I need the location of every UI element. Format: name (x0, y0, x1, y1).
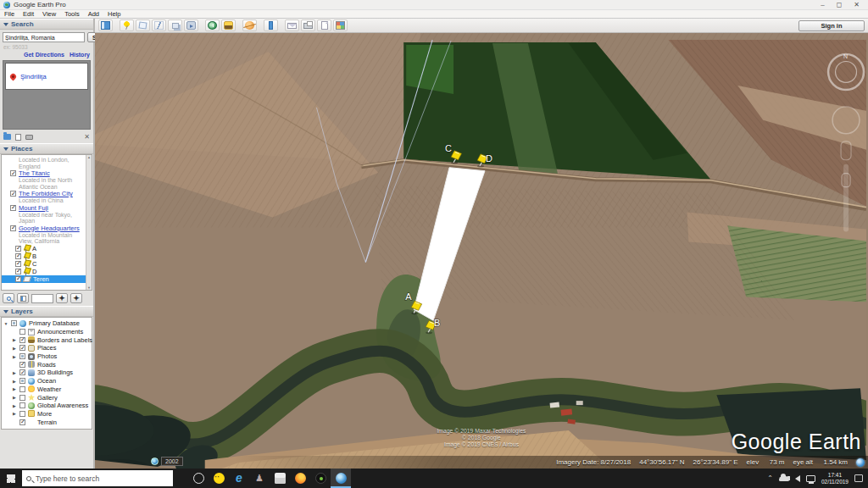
layer-item-more[interactable]: ▶More (3, 410, 90, 419)
record-tour-button[interactable] (184, 19, 198, 31)
layer-item-places[interactable]: ▶Places (3, 344, 90, 352)
places-item-the-forbidden-city[interactable]: The Forbidden City (5, 190, 85, 197)
checkbox[interactable] (19, 337, 25, 343)
expand-arrow-icon[interactable]: ▶ (12, 346, 17, 351)
places-item-c[interactable]: C (5, 260, 85, 268)
add-path-button[interactable] (152, 19, 166, 31)
taskbar-search[interactable]: Type here to search (22, 470, 173, 486)
sidebar-toggle-button[interactable] (98, 19, 113, 31)
checkbox[interactable] (19, 395, 25, 401)
checkbox[interactable] (19, 353, 25, 359)
add-polygon-button[interactable] (136, 19, 150, 31)
close-button[interactable]: ✕ (854, 1, 860, 9)
menu-add[interactable]: Add (88, 10, 99, 18)
checkbox[interactable] (15, 261, 21, 267)
places-item-a[interactable]: A (5, 245, 85, 252)
ie-taskbar-icon[interactable]: e (229, 469, 249, 488)
layer-item-primary-database[interactable]: ▼Primary Database (3, 319, 90, 328)
checkbox[interactable] (19, 378, 25, 384)
expand-arrow-icon[interactable]: ▶ (12, 379, 17, 384)
maximize-button[interactable]: ◻ (837, 1, 843, 9)
firefox-taskbar-icon[interactable] (290, 469, 310, 488)
expand-arrow-icon[interactable]: ▶ (12, 386, 17, 391)
checkbox[interactable] (10, 170, 16, 176)
sunlight-button[interactable] (221, 19, 236, 31)
layer-item-roads[interactable]: Roads (3, 360, 90, 369)
places-filter-input[interactable] (31, 294, 53, 303)
expand-arrow-icon[interactable]: ▶ (12, 411, 17, 416)
get-directions-link[interactable]: Get Directions (24, 52, 64, 58)
action-center-icon[interactable] (854, 474, 863, 482)
checkbox[interactable] (15, 269, 21, 274)
print-button[interactable] (301, 19, 315, 31)
places-item-google-headquarters[interactable]: Google Headquarters (5, 225, 85, 232)
tray-expand-icon[interactable]: ⌃ (767, 474, 773, 482)
map-viewport[interactable]: N C D A B Image © 2019 Maxar Technologie… (95, 33, 868, 469)
layer-item-3d-buildings[interactable]: ▶3D Buildings (3, 369, 90, 377)
place-label[interactable]: A (32, 245, 36, 252)
copy-icon[interactable] (15, 134, 21, 141)
menu-help[interactable]: Help (108, 10, 120, 18)
places-item-d[interactable]: D (5, 268, 85, 275)
start-button[interactable] (0, 469, 22, 488)
menu-tools[interactable]: Tools (64, 10, 80, 18)
place-label[interactable]: Teren (33, 275, 49, 283)
historical-imagery-button[interactable] (205, 19, 220, 31)
print-icon[interactable] (25, 135, 33, 140)
calculator-taskbar-icon[interactable] (270, 469, 290, 488)
places-item-mount-fuji[interactable]: Mount Fuji (5, 204, 85, 212)
cortana-taskbar-icon[interactable] (188, 469, 209, 488)
layer-item-global-awareness[interactable]: ▶Global Awareness (3, 402, 90, 410)
add-image-overlay-button[interactable] (168, 19, 182, 31)
checkbox[interactable] (10, 191, 16, 197)
menu-file[interactable]: File (4, 10, 14, 18)
play-tour-button[interactable]: ✦ (56, 293, 68, 303)
place-label[interactable]: Mount Fuji (19, 204, 48, 212)
record-tour-button[interactable]: ✦ (70, 293, 82, 303)
checkbox[interactable] (15, 276, 21, 282)
add-placemark-button[interactable] (120, 19, 134, 31)
layer-item-announcements[interactable]: Announcements (3, 328, 90, 336)
checkbox[interactable] (19, 369, 25, 375)
places-scrollbar[interactable] (86, 155, 92, 290)
view-in-google-maps-button[interactable] (333, 19, 348, 31)
checkbox[interactable] (10, 225, 16, 231)
minimize-button[interactable]: – (821, 1, 824, 9)
expand-arrow-icon[interactable]: ▶ (12, 395, 17, 400)
save-image-button[interactable] (317, 19, 331, 31)
add-to-places-icon[interactable] (3, 134, 11, 140)
checkbox[interactable] (19, 329, 25, 335)
email-button[interactable] (285, 19, 299, 31)
pin-taskbar-icon[interactable]: ♟ (249, 469, 270, 488)
checkbox[interactable] (11, 320, 17, 326)
layers-panel-header[interactable]: Layers (0, 306, 93, 317)
place-label[interactable]: B (32, 252, 36, 260)
expand-arrow-icon[interactable]: ▶ (12, 403, 17, 408)
history-link[interactable]: History (70, 52, 90, 58)
sign-in-button[interactable]: Sign in (798, 20, 865, 31)
checkbox[interactable] (19, 402, 25, 408)
layer-item-borders-and-labels[interactable]: ▶Borders and Labels (3, 336, 90, 344)
expand-arrow-icon[interactable]: ▼ (3, 321, 8, 326)
checkbox[interactable] (15, 246, 21, 252)
planets-button[interactable] (242, 19, 257, 31)
search-input[interactable] (3, 32, 85, 42)
layer-item-ocean[interactable]: ▶Ocean (3, 377, 90, 385)
checkbox[interactable] (15, 253, 21, 259)
place-label[interactable]: C (32, 260, 36, 268)
opacity-button[interactable] (17, 293, 29, 303)
layer-item-terrain[interactable]: Terrain (3, 418, 90, 426)
place-label[interactable]: D (32, 268, 36, 275)
volume-icon[interactable] (795, 475, 800, 482)
places-item-b[interactable]: B (5, 252, 85, 260)
clear-search-icon[interactable]: ✕ (84, 134, 90, 141)
checkbox[interactable] (19, 362, 25, 368)
layer-item-weather[interactable]: ▶Weather (3, 385, 90, 394)
places-panel-header[interactable]: Places (0, 143, 93, 154)
expand-arrow-icon[interactable]: ▶ (12, 370, 17, 375)
checkbox[interactable] (19, 419, 25, 425)
checkbox[interactable] (19, 386, 25, 392)
place-label[interactable]: The Forbidden City (19, 190, 73, 197)
place-label[interactable]: Google Headquarters (19, 225, 80, 232)
expand-arrow-icon[interactable]: ▶ (12, 354, 17, 359)
